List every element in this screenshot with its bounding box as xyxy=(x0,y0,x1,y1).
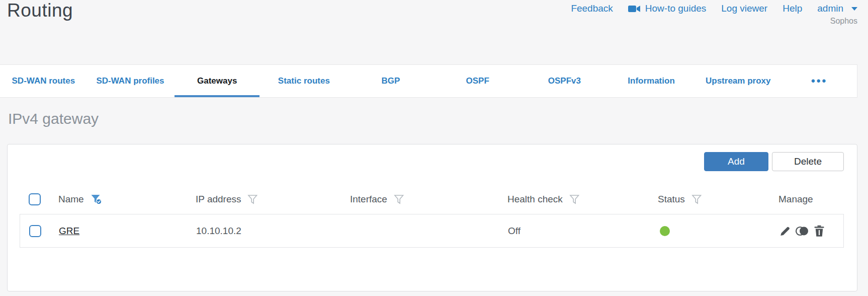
gateway-panel: Add Delete Name IP address xyxy=(7,144,857,291)
more-tabs-button[interactable]: ••• xyxy=(782,65,857,97)
gateway-name-link[interactable]: GRE xyxy=(59,226,79,236)
tab-bar: SD-WAN routes SD-WAN profiles Gateways S… xyxy=(0,64,857,98)
manage-actions xyxy=(779,225,843,237)
tab-sd-wan-routes[interactable]: SD-WAN routes xyxy=(0,65,87,97)
delete-button[interactable]: Delete xyxy=(772,152,844,171)
delete-trash-icon[interactable] xyxy=(814,225,825,237)
tab-information[interactable]: Information xyxy=(608,65,695,97)
chevron-down-icon xyxy=(851,7,857,11)
page-title: Routing xyxy=(7,0,73,21)
select-all-checkbox[interactable] xyxy=(29,193,41,205)
log-viewer-link[interactable]: Log viewer xyxy=(721,3,767,14)
log-viewer-label: Log viewer xyxy=(721,3,767,14)
add-button[interactable]: Add xyxy=(704,152,768,171)
help-link[interactable]: Help xyxy=(783,3,802,14)
filter-icon[interactable] xyxy=(247,194,258,205)
status-indicator xyxy=(660,226,670,236)
tab-upstream-proxy[interactable]: Upstream proxy xyxy=(695,65,782,97)
help-label: Help xyxy=(783,3,802,14)
content-area: IPv4 gateway Add Delete Name xyxy=(7,110,857,291)
page-header: Routing Feedback How-to guides Log viewe… xyxy=(0,0,868,64)
gateway-ip-address: 10.10.10.2 xyxy=(196,226,351,237)
filter-icon[interactable] xyxy=(691,194,702,205)
feedback-link[interactable]: Feedback xyxy=(571,3,613,14)
edit-pencil-icon[interactable] xyxy=(779,225,791,237)
tab-ospfv3[interactable]: OSPFv3 xyxy=(521,65,608,97)
clone-icon[interactable] xyxy=(795,225,810,237)
column-ip-address-label: IP address xyxy=(196,194,241,205)
column-manage-label: Manage xyxy=(778,194,813,205)
toolbar: Add Delete xyxy=(8,152,844,171)
gateway-health-check: Off xyxy=(508,226,658,237)
filter-active-icon[interactable] xyxy=(91,194,103,205)
account-name: Sophos xyxy=(830,17,857,26)
filter-icon[interactable] xyxy=(569,194,580,205)
table-row: GRE 10.10.10.2 Off xyxy=(20,214,844,248)
howto-guides-link[interactable]: How-to guides xyxy=(628,3,706,14)
column-name-label: Name xyxy=(58,194,84,205)
user-menu-label: admin xyxy=(817,3,843,14)
tab-ospf[interactable]: OSPF xyxy=(434,65,521,97)
tab-bgp[interactable]: BGP xyxy=(348,65,435,97)
tab-gateways[interactable]: Gateways xyxy=(173,65,261,97)
filter-icon[interactable] xyxy=(394,194,404,205)
row-checkbox[interactable] xyxy=(29,225,41,237)
section-title: IPv4 gateway xyxy=(8,110,857,127)
video-camera-icon xyxy=(628,5,641,13)
column-interface-label: Interface xyxy=(350,194,387,205)
table-header: Name IP address Interfac xyxy=(20,189,844,209)
top-nav: Feedback How-to guides Log viewer Help a… xyxy=(571,3,857,14)
column-status-label: Status xyxy=(658,194,685,205)
user-menu[interactable]: admin xyxy=(817,3,857,14)
column-health-check-label: Health check xyxy=(507,194,563,205)
tab-sd-wan-profiles[interactable]: SD-WAN profiles xyxy=(87,65,174,97)
tab-static-routes[interactable]: Static routes xyxy=(261,65,348,97)
feedback-label: Feedback xyxy=(571,3,613,14)
howto-guides-label: How-to guides xyxy=(645,3,706,14)
